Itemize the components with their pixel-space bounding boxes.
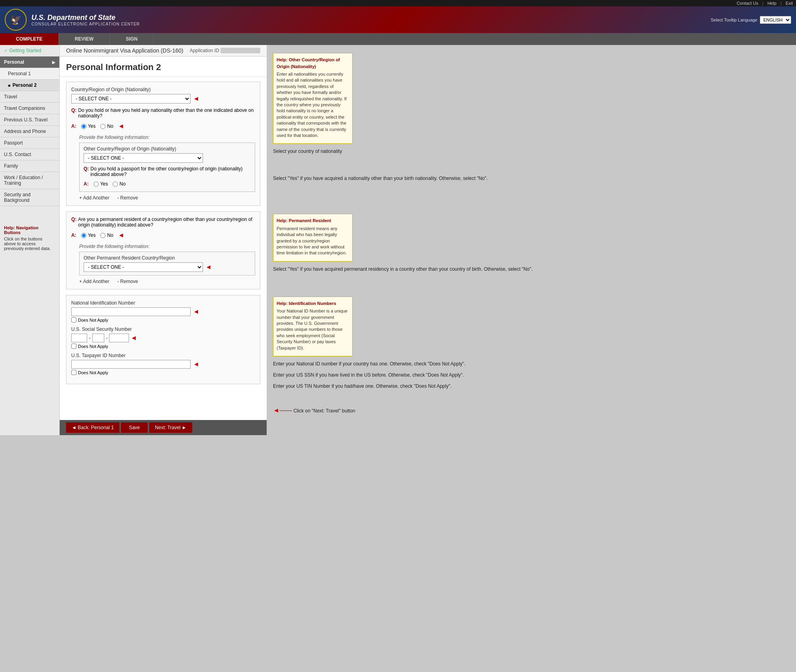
- annotation-5-text: Enter your US SSN if you have lived in t…: [273, 372, 464, 378]
- annotation-5: Enter your US SSN if you have lived in t…: [273, 371, 790, 379]
- help-nationality-text: Enter all nationalities you currently ho…: [277, 71, 349, 139]
- dept-name: U.S. Department of State: [31, 14, 140, 22]
- contact-us-link[interactable]: Contact Us: [737, 1, 758, 6]
- tin-dna-checkbox[interactable]: [71, 370, 76, 375]
- annotation-6: Enter your US TIN Number if you had/have…: [273, 383, 790, 390]
- nationality-select[interactable]: - SELECT ONE -: [71, 94, 191, 104]
- annotation-2-text: Select "Yes" if you have acquired a nati…: [273, 176, 488, 181]
- sidebar-item-us-contact[interactable]: U.S. Contact: [0, 149, 59, 160]
- annotation-6-text: Enter your US TIN Number if you had/have…: [273, 383, 452, 389]
- sidebar-item-personal[interactable]: Personal ▶: [0, 57, 59, 68]
- sidebar-travel-companions-label: Travel Companions: [4, 105, 45, 111]
- ssn-field1[interactable]: [71, 334, 87, 342]
- q2-no-option[interactable]: No: [113, 181, 125, 187]
- q2-no-label: No: [119, 181, 125, 187]
- remove-link-2[interactable]: - Remove: [117, 279, 138, 284]
- nat-id-label: National Identification Number: [71, 300, 255, 306]
- sidebar-item-passport[interactable]: Passport: [0, 137, 59, 149]
- q1-no-radio[interactable]: [100, 124, 105, 129]
- ssn-dna-checkbox[interactable]: [71, 344, 76, 349]
- other-nationality-select[interactable]: - SELECT ONE -: [84, 153, 203, 163]
- q2-radio-group: Yes No: [94, 181, 126, 187]
- nationality-section: Country/Region of Origin (Nationality) -…: [66, 82, 260, 206]
- sidebar-item-travel[interactable]: Travel: [0, 91, 59, 103]
- q2-yes-radio[interactable]: [94, 182, 99, 187]
- add-another-link-2[interactable]: + Add Another: [79, 279, 109, 284]
- sidebar-item-work-education[interactable]: Work / Education / Training: [0, 172, 59, 189]
- annotation-4: Enter your National ID number if your co…: [273, 360, 790, 367]
- tin-label: U.S. Taxpayer ID Number: [71, 353, 255, 358]
- other-nationality-sub: Other Country/Region of Origin (National…: [79, 143, 255, 192]
- ssn-field2[interactable]: [92, 334, 104, 342]
- permanent-resident-section: Q: Are you a permanent resident of a cou…: [66, 211, 260, 289]
- language-select[interactable]: ENGLISH: [760, 16, 791, 24]
- q1-no-label: No: [107, 123, 113, 129]
- page-title: Personal Information 2: [60, 57, 267, 77]
- sidebar-address-phone-label: Address and Phone: [4, 129, 46, 134]
- sidebar-personal1-label: Personal 1: [8, 71, 31, 76]
- q2-no-radio[interactable]: [113, 182, 118, 187]
- sidebar-help-title: Help: Navigation Buttons: [4, 225, 55, 235]
- sidebar-prev-us-travel-label: Previous U.S. Travel: [4, 117, 47, 123]
- sidebar-item-prev-us-travel[interactable]: Previous U.S. Travel: [0, 114, 59, 126]
- tab-review[interactable]: REVIEW: [59, 33, 110, 45]
- app-id: Application ID: [190, 48, 260, 54]
- q3-no-option[interactable]: No: [100, 232, 113, 238]
- sidebar-item-address-phone[interactable]: Address and Phone: [0, 126, 59, 137]
- help-resident-text: Permanent resident means any individual …: [277, 226, 349, 256]
- q2-yes-option[interactable]: Yes: [94, 181, 108, 187]
- add-another-link-1[interactable]: + Add Another: [79, 195, 109, 201]
- q3-yes-radio[interactable]: [81, 233, 86, 238]
- annotation-3-text: Select "Yes" if you have acquired permen…: [273, 266, 533, 272]
- q1-yes-radio[interactable]: [81, 124, 86, 129]
- form-content: Country/Region of Origin (Nationality) -…: [60, 77, 267, 395]
- ssn-dna: Does Not Apply: [71, 344, 255, 349]
- q3-no-radio[interactable]: [100, 233, 105, 238]
- other-resident-select[interactable]: - SELECT ONE -: [84, 262, 203, 272]
- seal-logo: 🦅: [5, 9, 27, 31]
- arrow-resident: ◄: [205, 264, 212, 271]
- annotation-1: Select your country of nationality: [273, 148, 790, 155]
- q2-row: Q: Do you hold a passport for the other …: [84, 166, 251, 177]
- sidebar-item-travel-companions[interactable]: Travel Companions: [0, 103, 59, 114]
- help-box-resident: Help: Permanent Resident Permanent resid…: [273, 214, 353, 261]
- help-link[interactable]: Help: [767, 1, 776, 6]
- sidebar-item-personal2[interactable]: ■ Personal 2: [0, 80, 59, 91]
- sidebar-item-security[interactable]: Security and Background: [0, 189, 59, 206]
- next-button[interactable]: Next: Travel ►: [149, 422, 192, 433]
- q1-no-option[interactable]: No: [100, 123, 113, 129]
- exit-link[interactable]: Exit: [786, 1, 793, 6]
- q1-radio-group: Yes No ◄: [81, 123, 125, 130]
- save-button[interactable]: Save: [121, 422, 148, 433]
- tab-complete[interactable]: COMPLETE: [0, 33, 59, 45]
- sidebar-personal-label: Personal: [4, 59, 24, 65]
- ssn-field3[interactable]: [109, 334, 129, 342]
- tooltip-lang-label: Select Tooltip Language: [711, 18, 757, 22]
- tin-input[interactable]: [71, 360, 191, 369]
- tab-sign[interactable]: SIGN: [110, 33, 154, 45]
- nat-id-input[interactable]: [71, 307, 191, 316]
- q1-row: Q: Do you hold or have you held any nati…: [71, 107, 255, 119]
- help-box-nationality: Help: Other Country/Region of Origin (Na…: [273, 53, 353, 144]
- help-id-text: Your National ID Number is a unique numb…: [277, 308, 349, 351]
- nat-id-dna-label: Does Not Apply: [78, 318, 108, 322]
- arrow-icon: ▶: [52, 60, 55, 64]
- other-resident-label: Other Permanent Resident Country/Region: [84, 255, 251, 261]
- annotation-3: Select "Yes" if you have acquired permen…: [273, 266, 790, 273]
- add-remove-row-2: + Add Another - Remove: [79, 279, 255, 284]
- q3-yes-option[interactable]: Yes: [81, 232, 96, 238]
- sidebar-help-text: Click on the buttons above to access pre…: [4, 236, 55, 251]
- annotation-1-text: Select your country of nationality: [273, 148, 342, 154]
- q1-yes-option[interactable]: Yes: [81, 123, 96, 129]
- sidebar-item-family[interactable]: Family: [0, 160, 59, 172]
- nat-id-dna-checkbox[interactable]: [71, 317, 76, 322]
- sidebar-item-getting-started[interactable]: ✓ Getting Started: [0, 45, 59, 57]
- nat-id-dna: Does Not Apply: [71, 317, 255, 322]
- check-icon: ✓: [4, 48, 8, 53]
- back-button[interactable]: ◄ Back: Personal 1: [66, 422, 119, 433]
- click-hint-arrow: ◄——: [273, 407, 292, 414]
- sidebar-item-personal1[interactable]: Personal 1: [0, 68, 59, 80]
- top-bar: Contact Us | Help | Exit: [0, 0, 796, 6]
- remove-link-1[interactable]: - Remove: [117, 195, 138, 201]
- right-panel: Help: Other Country/Region of Origin (Na…: [267, 45, 796, 435]
